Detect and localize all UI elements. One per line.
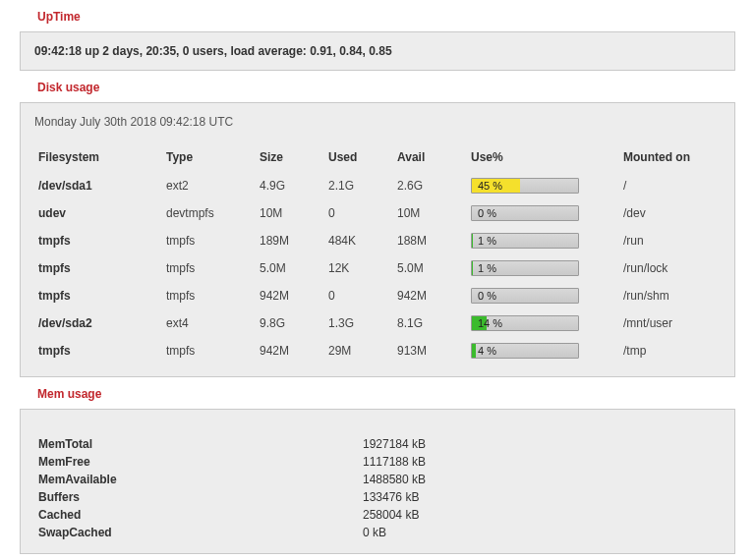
mem-title: Mem usage — [37, 387, 735, 401]
table-row: MemFree1117188 kB — [34, 453, 430, 471]
mem-val: 1117188 kB — [359, 453, 430, 471]
usage-bar-label: 1 % — [478, 235, 496, 247]
cell-mount: /run/lock — [619, 254, 721, 282]
cell-fs: /dev/sda1 — [34, 172, 162, 199]
cell-avail: 8.1G — [393, 309, 467, 337]
usage-bar-label: 0 % — [478, 207, 496, 219]
cell-mount: / — [619, 172, 721, 199]
disk-header-row: Filesystem Type Size Used Avail Use% Mou… — [34, 144, 721, 172]
cell-avail: 2.6G — [393, 172, 467, 199]
cell-fs: /dev/sda2 — [34, 309, 162, 337]
cell-type: ext2 — [162, 172, 256, 199]
cell-size: 942M — [256, 282, 324, 309]
usage-bar-label: 4 % — [478, 345, 496, 357]
cell-type: tmpfs — [162, 282, 256, 309]
usage-bar: 1 % — [471, 233, 579, 249]
table-row: tmpfstmpfs189M484K188M1 %/run — [34, 227, 721, 254]
table-row: MemTotal1927184 kB — [34, 435, 430, 453]
cell-usep: 14 % — [467, 309, 619, 337]
cell-mount: /mnt/user — [619, 309, 721, 337]
cell-used: 29M — [324, 337, 393, 364]
cell-used: 2.1G — [324, 172, 393, 199]
cell-avail: 913M — [393, 337, 467, 364]
table-row: /dev/sda2ext49.8G1.3G8.1G14 %/mnt/user — [34, 309, 721, 337]
disk-table: Filesystem Type Size Used Avail Use% Mou… — [34, 144, 721, 364]
usage-bar: 14 % — [471, 315, 579, 331]
cell-avail: 10M — [393, 199, 467, 227]
mem-val: 133476 kB — [359, 488, 430, 506]
uptime-panel: 09:42:18 up 2 days, 20:35, 0 users, load… — [20, 31, 735, 71]
cell-type: ext4 — [162, 309, 256, 337]
table-row: Buffers133476 kB — [34, 488, 430, 506]
cell-size: 5.0M — [256, 254, 324, 282]
mem-panel: MemTotal1927184 kBMemFree1117188 kBMemAv… — [20, 409, 735, 554]
cell-usep: 1 % — [467, 254, 619, 282]
usage-bar: 0 % — [471, 288, 579, 304]
cell-mount: /run/shm — [619, 282, 721, 309]
cell-mount: /dev — [619, 199, 721, 227]
table-row: udevdevtmpfs10M010M0 %/dev — [34, 199, 721, 227]
cell-mount: /tmp — [619, 337, 721, 364]
usage-bar: 0 % — [471, 205, 579, 221]
usage-bar-label: 45 % — [478, 180, 502, 192]
cell-fs: tmpfs — [34, 227, 162, 254]
table-row: tmpfstmpfs942M0942M0 %/run/shm — [34, 282, 721, 309]
cell-type: tmpfs — [162, 254, 256, 282]
col-fs: Filesystem — [34, 144, 162, 172]
cell-avail: 188M — [393, 227, 467, 254]
cell-size: 189M — [256, 227, 324, 254]
table-row: tmpfstmpfs5.0M12K5.0M1 %/run/lock — [34, 254, 721, 282]
table-row: MemAvailable1488580 kB — [34, 471, 430, 488]
mem-key: Buffers — [34, 488, 359, 506]
usage-bar-label: 0 % — [478, 290, 496, 302]
mem-key: MemFree — [34, 453, 359, 471]
cell-fs: tmpfs — [34, 337, 162, 364]
col-avail: Avail — [393, 144, 467, 172]
uptime-title: UpTime — [37, 10, 735, 24]
mem-table: MemTotal1927184 kBMemFree1117188 kBMemAv… — [34, 435, 430, 541]
cell-usep: 4 % — [467, 337, 619, 364]
cell-used: 484K — [324, 227, 393, 254]
disk-date: Monday July 30th 2018 09:42:18 UTC — [34, 115, 721, 129]
mem-key: MemAvailable — [34, 471, 359, 488]
table-row: Cached258004 kB — [34, 506, 430, 524]
mem-key: MemTotal — [34, 435, 359, 453]
cell-used: 0 — [324, 282, 393, 309]
mem-val: 1927184 kB — [359, 435, 430, 453]
cell-used: 1.3G — [324, 309, 393, 337]
cell-mount: /run — [619, 227, 721, 254]
col-used: Used — [324, 144, 393, 172]
cell-type: tmpfs — [162, 227, 256, 254]
usage-bar: 4 % — [471, 343, 579, 359]
cell-usep: 1 % — [467, 227, 619, 254]
usage-bar-label: 14 % — [478, 317, 502, 329]
mem-val: 0 kB — [359, 524, 430, 541]
uptime-text: 09:42:18 up 2 days, 20:35, 0 users, load… — [34, 44, 392, 58]
cell-fs: udev — [34, 199, 162, 227]
cell-size: 9.8G — [256, 309, 324, 337]
cell-usep: 45 % — [467, 172, 619, 199]
table-row: /dev/sda1ext24.9G2.1G2.6G45 %/ — [34, 172, 721, 199]
cell-usep: 0 % — [467, 199, 619, 227]
col-usep: Use% — [467, 144, 619, 172]
col-mount: Mounted on — [619, 144, 721, 172]
cell-size: 10M — [256, 199, 324, 227]
usage-bar: 1 % — [471, 260, 579, 276]
mem-val: 258004 kB — [359, 506, 430, 524]
usage-bar-label: 1 % — [478, 262, 496, 274]
cell-used: 0 — [324, 199, 393, 227]
cell-avail: 942M — [393, 282, 467, 309]
cell-type: devtmpfs — [162, 199, 256, 227]
cell-fs: tmpfs — [34, 254, 162, 282]
mem-val: 1488580 kB — [359, 471, 430, 488]
mem-key: Cached — [34, 506, 359, 524]
cell-size: 942M — [256, 337, 324, 364]
table-row: SwapCached0 kB — [34, 524, 430, 541]
col-size: Size — [256, 144, 324, 172]
table-row: tmpfstmpfs942M29M913M4 %/tmp — [34, 337, 721, 364]
cell-type: tmpfs — [162, 337, 256, 364]
cell-usep: 0 % — [467, 282, 619, 309]
cell-size: 4.9G — [256, 172, 324, 199]
cell-avail: 5.0M — [393, 254, 467, 282]
disk-title: Disk usage — [37, 81, 735, 94]
